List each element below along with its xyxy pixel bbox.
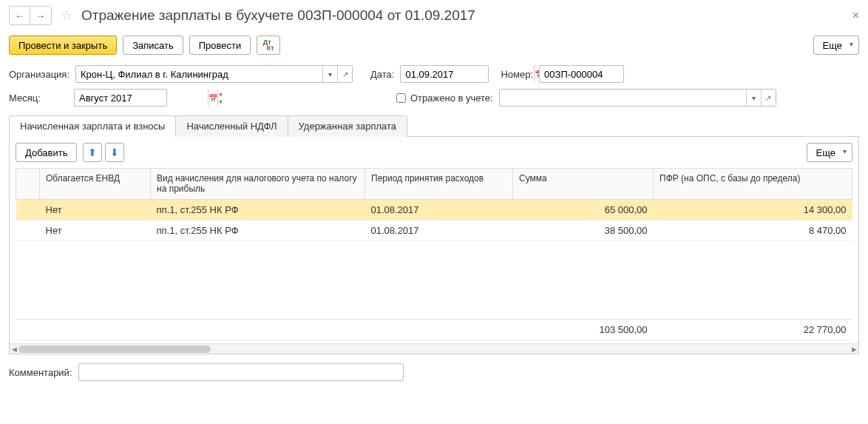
month-down-button[interactable]: ▼ [218,98,223,106]
table-more-button[interactable]: Еще [807,143,852,162]
accounted-checkbox[interactable] [396,93,406,103]
accounted-open-button[interactable]: ↗ [761,90,776,106]
cell-sum: 38 500,00 [513,221,654,241]
page-title: Отражение зарплаты в бухучете 00ЗП-00000… [81,7,847,24]
totals-row: 103 500,0022 770,00 [16,320,852,340]
cell-envd: Нет [40,200,151,221]
col-marker [16,169,40,200]
debit-credit-button[interactable]: Дт Кт [257,36,280,55]
move-down-button[interactable]: ⬇ [105,143,124,162]
total-pfr: 22 770,00 [654,320,852,340]
cell-envd: Нет [40,221,151,241]
add-row-button[interactable]: Добавить [16,143,77,162]
save-button[interactable]: Записать [123,36,183,55]
col-envd[interactable]: Облагается ЕНВД [40,169,151,200]
nav-forward-button[interactable]: → [30,7,51,24]
accounted-input[interactable] [500,90,746,106]
month-input[interactable] [75,90,208,106]
number-label: Номер: [501,69,533,80]
org-label: Организация: [9,69,69,80]
col-sum[interactable]: Сумма [513,169,654,200]
col-period[interactable]: Период принятия расходов [365,169,513,200]
submit-button[interactable]: Провести [189,36,251,55]
tab-1[interactable]: Начисленный НДФЛ [175,115,288,137]
org-open-button[interactable]: ↗ [337,66,352,82]
cell-type: пп.1, ст.255 НК РФ [151,200,365,221]
accounted-dropdown-button[interactable]: ▾ [746,90,761,106]
cell-sum: 65 000,00 [513,200,654,221]
accounted-label: Отражено в учете: [410,92,493,104]
date-label: Дата: [370,69,394,80]
submit-close-button[interactable]: Провести и закрыть [9,36,117,55]
scroll-thumb[interactable] [18,346,211,353]
cell-type: пп.1, ст.255 НК РФ [151,221,365,241]
table-row[interactable]: Нетпп.1, ст.255 НК РФ01.08.201765 000,00… [16,200,852,221]
org-input[interactable] [76,66,322,82]
total-sum: 103 500,00 [513,320,654,340]
cell-pfr: 14 300,00 [654,200,852,221]
scroll-right-icon[interactable]: ▶ [850,344,858,354]
debit-credit-icon: Дт Кт [263,39,274,51]
comment-label: Комментарий: [9,367,72,378]
table-row[interactable]: Нетпп.1, ст.255 НК РФ01.08.201738 500,00… [16,221,852,241]
nav-back-button[interactable]: ← [10,7,30,24]
cell-pfr: 8 470,00 [654,221,852,241]
month-up-button[interactable]: ▲ [218,90,223,98]
col-pfr[interactable]: ПФР (на ОПС, с базы до предела) [654,169,852,200]
scroll-left-icon[interactable]: ◀ [10,344,18,354]
more-button[interactable]: Еще [813,36,859,55]
month-label: Месяц: [9,92,68,104]
horizontal-scrollbar[interactable]: ◀ ▶ [10,343,858,354]
move-up-button[interactable]: ⬆ [83,143,102,162]
cell-period: 01.08.2017 [365,200,513,221]
month-calendar-button[interactable]: 📅 [208,90,217,106]
number-input[interactable] [540,66,673,82]
comment-input[interactable] [79,364,403,380]
tab-0[interactable]: Начисленная зарплата и взносы [9,115,176,137]
close-icon[interactable]: × [852,9,859,22]
col-type[interactable]: Вид начисления для налогового учета по н… [151,169,365,200]
org-dropdown-button[interactable]: ▾ [322,66,337,82]
cell-period: 01.08.2017 [365,221,513,241]
tab-2[interactable]: Удержанная зарплата [288,115,407,137]
favorite-star-icon[interactable]: ☆ [61,7,72,24]
